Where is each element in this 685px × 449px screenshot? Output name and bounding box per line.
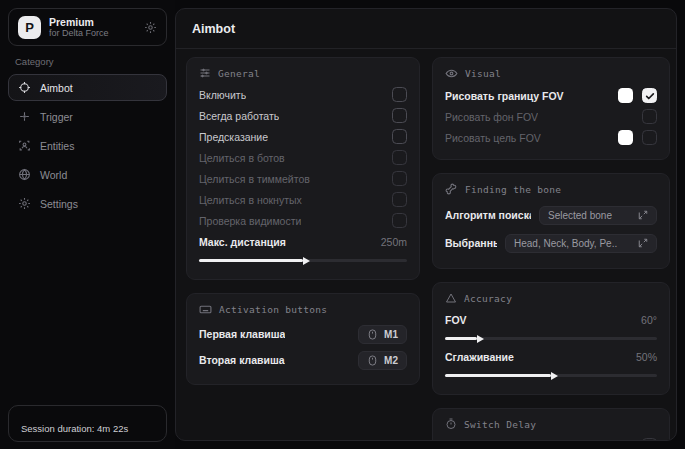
page-title: Aimbot: [192, 22, 235, 36]
keyboard-icon: [199, 303, 212, 316]
brand-subtitle: for Delta Force: [49, 28, 136, 38]
dropdown-label: Алгоритм поиска костей: [445, 209, 531, 221]
trigger-icon: [18, 110, 31, 123]
section-title: Finding the bone: [465, 184, 561, 195]
entities-icon: [18, 139, 31, 152]
card-switch-delay: Switch Delay Задержка переключения Задер…: [432, 408, 670, 441]
selected-bones-dropdown[interactable]: Head, Neck, Body, Pe..: [505, 234, 657, 253]
checkbox[interactable]: [392, 150, 407, 165]
color-swatch[interactable]: [618, 130, 633, 145]
timer-icon: [445, 418, 457, 430]
card-finding-bone: Finding the bone Алгоритм поиска костей …: [432, 173, 670, 269]
page-header: Aimbot: [176, 9, 676, 49]
checkbox[interactable]: [642, 130, 657, 145]
slider-value: 60°: [641, 314, 657, 326]
brand-card: P Premium for Delta Force: [8, 8, 167, 46]
crosshair-icon: [18, 81, 31, 94]
option-label: Проверка видимости: [199, 215, 301, 227]
eye-icon: [445, 67, 458, 80]
gear-icon[interactable]: [144, 21, 157, 34]
triangle-icon: [445, 292, 457, 304]
mouse-icon: [367, 329, 378, 340]
option-label: Предсказание: [199, 131, 268, 143]
keybind-label: Первая клавиша: [199, 328, 285, 340]
bone-icon: [445, 183, 458, 196]
slider-label: Сглаживание: [445, 351, 514, 363]
mouse-icon: [367, 355, 378, 366]
sidebar-item-label: Aimbot: [40, 82, 73, 94]
option-label: Рисовать фон FOV: [445, 111, 538, 123]
fov-slider[interactable]: [445, 337, 657, 340]
option-label: Рисовать границу FOV: [445, 90, 564, 102]
main-panel: Aimbot General Включить Всегда работать …: [175, 8, 677, 441]
sidebar-item-label: Settings: [40, 198, 78, 210]
sidebar-item-entities[interactable]: Entities: [8, 132, 167, 159]
option-label: Всегда работать: [199, 110, 279, 122]
slider-label: FOV: [445, 314, 467, 326]
checkbox[interactable]: [392, 108, 407, 123]
checkbox[interactable]: [392, 87, 407, 102]
brand-logo: P: [18, 16, 41, 39]
keybind-button-m2[interactable]: M2: [358, 351, 407, 370]
slider-value: 50%: [636, 351, 657, 363]
checkbox[interactable]: [642, 88, 657, 103]
keybind-button-m1[interactable]: M1: [358, 325, 407, 344]
checkbox[interactable]: [392, 213, 407, 228]
expand-icon: [638, 238, 648, 248]
gear-icon: [18, 197, 31, 210]
option-label: Включить: [199, 89, 246, 101]
category-label: Category: [15, 56, 175, 67]
max-distance-slider[interactable]: [199, 259, 407, 262]
smoothing-slider[interactable]: [445, 374, 657, 377]
checkbox[interactable]: [392, 192, 407, 207]
session-card: Session duration: 4m 22s: [8, 405, 167, 442]
dropdown-label: Выбранные кости: [445, 237, 497, 249]
option-label: Целиться в нокнутых: [199, 194, 302, 206]
keybind-label: Вторая клавиша: [199, 354, 285, 366]
bone-algorithm-dropdown[interactable]: Selected bone: [539, 206, 657, 225]
sidebar: P Premium for Delta Force Category Aimbo…: [0, 0, 175, 449]
card-accuracy: Accuracy FOV 60° Сглаживание 50%: [432, 282, 670, 395]
expand-icon: [638, 210, 648, 220]
section-title: Visual: [465, 68, 501, 79]
sidebar-item-label: Entities: [40, 140, 74, 152]
checkbox[interactable]: [392, 129, 407, 144]
slider-label: Макс. дистанция: [199, 236, 286, 248]
sidebar-item-world[interactable]: World: [8, 161, 167, 188]
card-general: General Включить Всегда работать Предска…: [186, 57, 420, 280]
option-label: Рисовать цель FOV: [445, 132, 541, 144]
sidebar-nav: Aimbot Trigger Entities World Settings: [0, 74, 175, 217]
section-title: Switch Delay: [464, 419, 536, 430]
session-duration: Session duration: 4m 22s: [21, 423, 128, 434]
checkbox[interactable]: [642, 109, 657, 124]
card-visual: Visual Рисовать границу FOV Рисовать фон…: [432, 57, 670, 160]
section-title: General: [218, 68, 260, 79]
section-title: Activation buttons: [219, 304, 327, 315]
sidebar-item-trigger[interactable]: Trigger: [8, 103, 167, 130]
option-label: Целиться в ботов: [199, 152, 285, 164]
checkbox[interactable]: [642, 438, 657, 441]
sidebar-item-aimbot[interactable]: Aimbot: [8, 74, 167, 101]
slider-value: 250m: [381, 236, 407, 248]
brand-title: Premium: [49, 16, 136, 28]
sidebar-item-label: World: [40, 169, 67, 181]
section-title: Accuracy: [464, 293, 512, 304]
checkbox[interactable]: [392, 171, 407, 186]
globe-icon: [18, 168, 31, 181]
option-label: Задержка переключения: [445, 440, 566, 442]
card-activation-buttons: Activation buttons Первая клавиша M1 Вто…: [186, 293, 420, 385]
color-swatch[interactable]: [618, 88, 633, 103]
sidebar-item-label: Trigger: [40, 111, 73, 123]
option-label: Целиться в тиммейтов: [199, 173, 310, 185]
sidebar-item-settings[interactable]: Settings: [8, 190, 167, 217]
sliders-icon: [199, 67, 211, 79]
